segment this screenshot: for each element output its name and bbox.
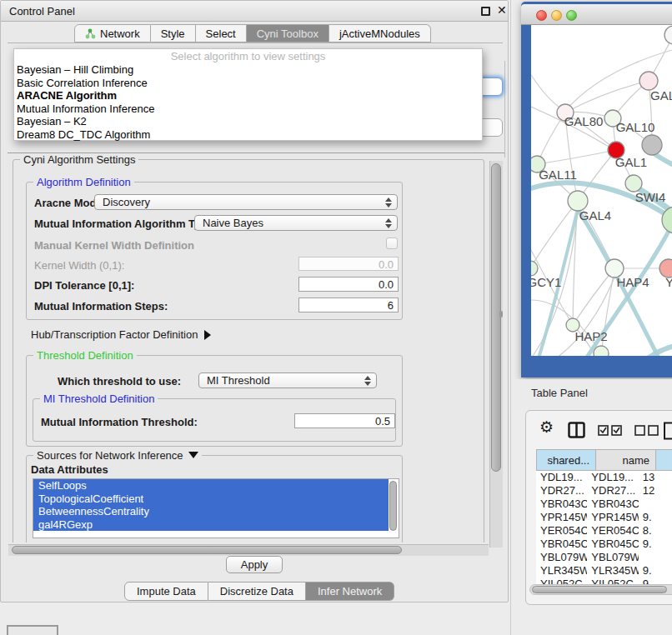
document-icon[interactable] — [663, 422, 672, 440]
algorithm-option-dream8-dc-tdc-algorithm[interactable]: Dream8 DC_TDC Algorithm — [14, 128, 482, 142]
network-node-gcy1[interactable] — [531, 261, 538, 276]
manual-kernel-checkbox[interactable] — [386, 238, 398, 249]
dpi-tolerance-label: DPI Tolerance [0,1]: — [34, 279, 134, 292]
network-edge[interactable] — [537, 150, 616, 164]
settings-hscrollbar-thumb[interactable] — [12, 546, 402, 554]
aracne-mode-combo[interactable]: Discovery — [94, 194, 398, 210]
node-label: HAP2 — [574, 329, 607, 343]
attribute-item-gal4rgexp[interactable]: gal4RGexp — [33, 518, 389, 532]
table-hscrollbar-thumb[interactable] — [532, 586, 667, 593]
table-hscrollbar-track[interactable] — [529, 584, 672, 595]
gear-icon[interactable]: ⚙ — [539, 419, 554, 435]
window-minimize-button[interactable] — [551, 10, 562, 21]
table-cell: YIL052C — [587, 578, 638, 584]
table-panel-title: Table Panel — [531, 387, 588, 399]
mi-algorithm-type-combo[interactable]: Naive Bayes — [194, 215, 398, 231]
table-cell: YER054C — [587, 524, 638, 538]
algorithm-option-mutual-information-inference[interactable]: Mutual Information Inference — [14, 102, 482, 116]
table-cell — [639, 498, 672, 511]
network-node[interactable] — [594, 346, 609, 356]
algorithm-option-basic-correlation-inference[interactable]: Basic Correlation Inference — [14, 77, 482, 90]
control-panel-tabs: NetworkStyleSelectCyni ToolboxjActiveMNo… — [74, 24, 431, 42]
table-body[interactable]: YDL19...YDL19...13YDR27...YDR27...12YBR0… — [536, 471, 672, 584]
table-cell: 9. — [639, 538, 672, 551]
data-attributes-list[interactable]: SelfLoopsTopologicalCoefficientBetweenne… — [33, 478, 399, 538]
list-scrollbar[interactable] — [389, 481, 397, 531]
column-header-shared-name[interactable]: shared... — [536, 449, 596, 471]
cyni-algorithm-settings-title: Cyni Algorithm Settings — [20, 153, 138, 166]
tab-discretize-data[interactable]: Discretize Data — [208, 582, 306, 601]
column-view-icon[interactable] — [568, 422, 585, 438]
window-zoom-button[interactable] — [566, 10, 577, 21]
algorithm-option-bayesian-hill-climbing[interactable]: Bayesian – Hill Climbing — [14, 63, 482, 77]
table-row[interactable]: YLR345WYLR345W9. — [536, 564, 672, 578]
network-canvas[interactable]: GALGAL80GAL10GAL1GAL11SWI4GAL4GCY1HAP4YH… — [531, 25, 672, 356]
algorithm-option-aracne-algorithm[interactable]: ARACNE Algorithm — [14, 89, 482, 102]
table-cell: 8. — [639, 524, 672, 538]
network-node-gal1[interactable] — [625, 175, 642, 192]
apply-button[interactable]: Apply — [226, 556, 283, 573]
network-node[interactable] — [642, 135, 662, 155]
table-row[interactable]: YDR27...YDR27...12 — [536, 484, 672, 498]
table-row[interactable]: YER054CYER054C8. — [536, 524, 672, 538]
network-node[interactable] — [664, 26, 672, 44]
network-icon — [85, 28, 96, 39]
attribute-item-betweennesscentrality[interactable]: BetweennessCentrality — [33, 505, 389, 518]
splitpane-handle[interactable] — [499, 311, 503, 318]
table-row[interactable]: YBR045CYBR045C9. — [536, 538, 672, 551]
mi-steps-label: Mutual Information Steps: — [34, 300, 168, 312]
checked-boxes-icon[interactable] — [598, 425, 623, 436]
tab-select[interactable]: Select — [196, 24, 247, 42]
algorithm-option-bayesian-k2[interactable]: Bayesian – K2 — [14, 115, 482, 128]
close-icon[interactable]: ✕ — [497, 3, 507, 17]
table-row[interactable]: YBR043CYBR043C — [536, 498, 672, 511]
network-edge-highlighted[interactable] — [629, 347, 672, 356]
network-edge[interactable] — [531, 75, 561, 108]
hub-definition-toggle[interactable]: Hub/Transcription Factor Definition — [31, 328, 211, 341]
tab-label: Cyni Toolbox — [257, 28, 318, 40]
algorithm-dropdown-popup: Select algorithm to view settings Bayesi… — [13, 48, 483, 141]
tab-cyni-toolbox[interactable]: Cyni Toolbox — [247, 24, 329, 42]
mi-steps-field[interactable]: 6 — [298, 298, 399, 312]
which-threshold-combo[interactable]: MI Threshold — [198, 372, 377, 388]
dpi-tolerance-field[interactable]: 0.0 — [298, 277, 399, 292]
unchecked-boxes-icon[interactable] — [634, 425, 659, 436]
tab-jactivemnodules[interactable]: jActiveMNodules — [329, 24, 431, 42]
tab-divider — [8, 42, 503, 43]
node-label: HAP4 — [616, 275, 649, 289]
table-row[interactable]: YDL19...YDL19...13 — [536, 471, 672, 484]
manual-kernel-label: Manual Kernel Width Definition — [34, 239, 194, 252]
network-node-gal[interactable] — [639, 72, 658, 90]
table-row[interactable]: YBL079WYBL079W — [536, 551, 672, 564]
sources-group-title: Sources for Network Inference — [33, 449, 202, 462]
float-panel-icon[interactable] — [481, 7, 490, 16]
table-cell: YDL19... — [536, 471, 587, 484]
table-cell: YIL052C — [536, 578, 587, 584]
panel-title: Control Panel — [9, 5, 75, 18]
column-header-name[interactable]: name — [596, 449, 656, 471]
node-label: GAL — [650, 88, 672, 102]
table-header-row: shared... name — [536, 449, 672, 471]
kernel-width-field[interactable]: 0.0 — [298, 257, 399, 271]
tab-impute-data[interactable]: Impute Data — [124, 582, 208, 601]
collapsed-panel-icon[interactable] — [7, 625, 58, 635]
table-cell: YBL079W — [587, 551, 638, 564]
attribute-item-selfloops[interactable]: SelfLoops — [33, 479, 389, 492]
attribute-item-topologicalcoefficient[interactable]: TopologicalCoefficient — [33, 492, 389, 506]
table-cell: YBR045C — [587, 538, 638, 551]
mi-threshold-label: Mutual Information Threshold: — [41, 416, 198, 428]
tab-infer-network[interactable]: Infer Network — [306, 582, 394, 601]
column-header-third[interactable] — [656, 449, 672, 471]
settings-vscrollbar-thumb[interactable] — [491, 163, 501, 472]
tab-label: Style — [161, 28, 185, 40]
node-label: SWI4 — [635, 190, 666, 204]
table-row[interactable]: YPR145WYPR145W9. — [536, 511, 672, 524]
which-threshold-value: MI Threshold — [207, 374, 270, 387]
table-row[interactable]: YIL052CYIL052C9 — [536, 578, 672, 584]
tab-label: jActiveMNodules — [339, 28, 420, 40]
network-edge[interactable] — [565, 81, 649, 112]
tab-style[interactable]: Style — [151, 24, 196, 42]
tab-network[interactable]: Network — [74, 24, 151, 42]
mi-threshold-field[interactable]: 0.5 — [294, 413, 395, 428]
window-close-button[interactable] — [536, 10, 547, 21]
